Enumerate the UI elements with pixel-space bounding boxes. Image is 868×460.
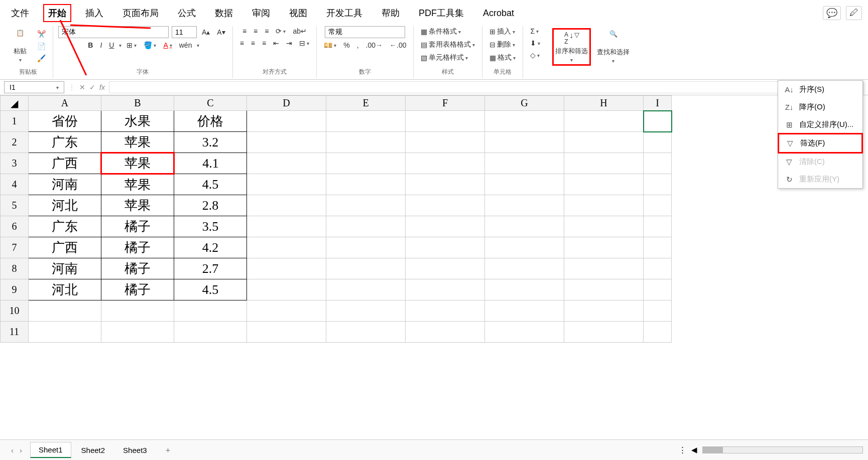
cell-B5[interactable]: 苹果 — [101, 195, 174, 216]
name-box[interactable]: I1 ▾ — [4, 81, 64, 93]
tab-layout[interactable]: 页面布局 — [117, 4, 164, 22]
select-all-corner[interactable]: ◢ — [1, 96, 29, 111]
tab-help[interactable]: 帮助 — [377, 4, 405, 22]
enter-icon[interactable]: ✓ — [89, 83, 95, 91]
row-header[interactable]: 5 — [1, 195, 29, 216]
indent-increase-button[interactable]: ⇥ — [284, 38, 294, 48]
tab-pdf[interactable]: PDF工具集 — [414, 4, 469, 22]
percent-button[interactable]: % — [341, 40, 351, 50]
tab-review[interactable]: 审阅 — [247, 4, 275, 22]
copy-button[interactable]: 📄 — [35, 41, 48, 51]
cell-C6[interactable]: 3.5 — [174, 216, 247, 237]
formula-input[interactable] — [109, 81, 864, 93]
indent-decrease-button[interactable]: ⇤ — [271, 38, 281, 48]
decrease-decimal-button[interactable]: ←.00 — [388, 40, 408, 50]
format-cells-button[interactable]: ▦ 格式 ▾ — [487, 52, 518, 63]
row-header[interactable]: 3 — [1, 153, 29, 174]
col-header-F[interactable]: F — [406, 96, 485, 111]
comments-button[interactable]: 💬 — [823, 6, 841, 20]
italic-button[interactable]: I — [98, 40, 104, 50]
col-header-A[interactable]: A — [29, 96, 101, 111]
cell-B6[interactable]: 橘子 — [101, 216, 174, 237]
delete-cells-button[interactable]: ⊟ 删除 ▾ — [487, 39, 517, 50]
font-size-select[interactable] — [172, 26, 197, 38]
col-header-I[interactable]: I — [644, 96, 672, 111]
increase-font-button[interactable]: A▴ — [200, 27, 212, 37]
sort-desc-item[interactable]: Z↓ 降序(O) — [778, 98, 862, 116]
cell-A1[interactable]: 省份 — [29, 111, 101, 132]
borders-button[interactable]: ⊞ ▾ — [125, 40, 139, 50]
font-color-button[interactable]: A ▾ — [161, 40, 174, 50]
cell-A3[interactable]: 广西 — [29, 153, 101, 174]
cell-C7[interactable]: 4.2 — [174, 237, 247, 258]
cell-C1[interactable]: 价格 — [174, 111, 247, 132]
fx-icon[interactable]: fx — [99, 83, 105, 91]
fill-button[interactable]: ⬇ ▾ — [528, 38, 542, 48]
find-select-button[interactable]: 🔍 查找和选择 ▾ — [594, 27, 633, 67]
col-header-B[interactable]: B — [101, 96, 174, 111]
row-header[interactable]: 4 — [1, 174, 29, 195]
currency-button[interactable]: 💴 ▾ — [322, 40, 338, 50]
autosum-button[interactable]: Σ ▾ — [528, 26, 541, 36]
cell-A9[interactable]: 河北 — [29, 279, 101, 300]
align-top-button[interactable]: ≡ — [240, 26, 249, 36]
row-header[interactable]: 6 — [1, 216, 29, 237]
row-header[interactable]: 2 — [1, 132, 29, 153]
cell-A6[interactable]: 广东 — [29, 216, 101, 237]
custom-sort-item[interactable]: ⊞ 自定义排序(U)... — [778, 116, 862, 133]
conditional-format-button[interactable]: ▦ 条件格式 ▾ — [419, 26, 463, 37]
cell-B8[interactable]: 橘子 — [101, 258, 174, 279]
font-family-select[interactable] — [58, 26, 169, 38]
row-header[interactable]: 7 — [1, 237, 29, 258]
insert-cells-button[interactable]: ⊞ 插入 ▾ — [487, 26, 517, 37]
cell-B3-highlighted[interactable]: 苹果 — [101, 153, 174, 174]
orientation-button[interactable]: ⟳ ▾ — [274, 26, 288, 36]
tab-file[interactable]: 文件 — [6, 4, 34, 22]
cut-button[interactable]: ✂️ — [35, 29, 48, 39]
cell-C2[interactable]: 3.2 — [174, 132, 247, 153]
share-button[interactable]: 🖊 — [846, 6, 862, 20]
tab-view[interactable]: 视图 — [284, 4, 312, 22]
cell-C4[interactable]: 4.5 — [174, 174, 247, 195]
wrap-text-button[interactable]: ab↵ — [291, 26, 309, 36]
phonetic-button[interactable]: wén — [177, 40, 194, 50]
col-header-G[interactable]: G — [485, 96, 564, 111]
cell-B4[interactable]: 苹果 — [101, 174, 174, 195]
format-painter-button[interactable]: 🖌️ — [35, 53, 48, 63]
cancel-icon[interactable]: ✕ — [79, 83, 85, 91]
cell-C8[interactable]: 2.7 — [174, 258, 247, 279]
fill-color-button[interactable]: 🪣 ▾ — [142, 40, 158, 50]
row-header[interactable]: 9 — [1, 279, 29, 300]
cell-B1[interactable]: 水果 — [101, 111, 174, 132]
tab-insert[interactable]: 插入 — [80, 4, 108, 22]
align-right-button[interactable]: ≡ — [260, 38, 268, 48]
filter-item[interactable]: ▽ 筛选(F) — [778, 133, 863, 154]
row-header[interactable]: 10 — [1, 300, 29, 322]
cell-C5[interactable]: 2.8 — [174, 195, 247, 216]
col-header-H[interactable]: H — [564, 96, 644, 111]
tab-dev[interactable]: 开发工具 — [321, 4, 367, 22]
increase-decimal-button[interactable]: .00→ — [364, 40, 385, 50]
cell-A7[interactable]: 广西 — [29, 237, 101, 258]
decrease-font-button[interactable]: A▾ — [215, 27, 227, 37]
cell-B2[interactable]: 苹果 — [101, 132, 174, 153]
tab-acrobat[interactable]: Acrobat — [478, 5, 519, 22]
cell-A5[interactable]: 河北 — [29, 195, 101, 216]
sort-filter-button[interactable]: AZ↓▽ 排序和筛选 ▾ — [552, 28, 591, 66]
col-header-C[interactable]: C — [174, 96, 247, 111]
merge-button[interactable]: ⊟ ▾ — [297, 38, 311, 48]
align-middle-button[interactable]: ≡ — [252, 26, 260, 36]
cell-A8[interactable]: 河南 — [29, 258, 101, 279]
align-bottom-button[interactable]: ≡ — [263, 26, 271, 36]
cell-C3[interactable]: 4.1 — [174, 153, 247, 174]
comma-button[interactable]: , — [355, 40, 361, 50]
cell-A2[interactable]: 广东 — [29, 132, 101, 153]
paste-button[interactable]: 📋 粘贴 ▾ — [8, 26, 32, 66]
cell-A4[interactable]: 河南 — [29, 174, 101, 195]
row-header[interactable]: 8 — [1, 258, 29, 279]
sort-asc-item[interactable]: A↓ 升序(S) — [778, 81, 862, 98]
cell-B7[interactable]: 橘子 — [101, 237, 174, 258]
cell-B9[interactable]: 橘子 — [101, 279, 174, 300]
cell-styles-button[interactable]: ▧ 单元格样式 ▾ — [419, 52, 470, 63]
tab-formulas[interactable]: 公式 — [173, 4, 201, 22]
